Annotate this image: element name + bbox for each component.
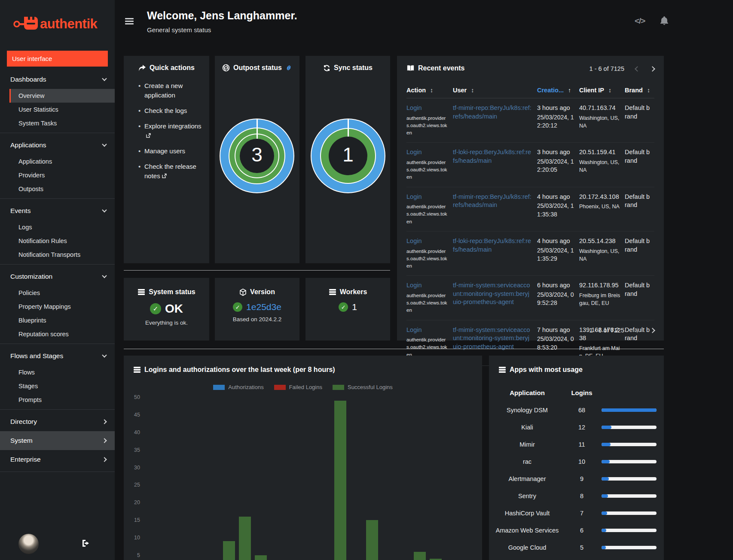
event-creation-cell: 3 hours ago25/03/2024, 12:20:05 bbox=[537, 148, 579, 181]
event-action-link[interactable]: Login bbox=[406, 148, 449, 157]
app-logins-count: 68 bbox=[565, 407, 598, 414]
event-user-link[interactable]: tf-mimir-repo:BeryJu/k8s:ref:refs/heads/… bbox=[453, 193, 533, 210]
sort-icon[interactable]: ↕ bbox=[430, 87, 433, 94]
sidebar-item-notification-rules[interactable]: Notification Rules bbox=[9, 234, 115, 248]
sign-out-icon[interactable] bbox=[82, 539, 90, 547]
event-action-link[interactable]: Login bbox=[406, 237, 449, 246]
event-user-link[interactable]: tf-mimir-system:serviceaccount:monitorin… bbox=[453, 281, 533, 307]
app-name: rac bbox=[489, 458, 565, 465]
api-browser-icon[interactable]: </> bbox=[635, 16, 645, 26]
apps-usage-title: Apps with most usage bbox=[510, 366, 583, 374]
sync-status-donut: 1 bbox=[311, 119, 385, 193]
event-brand-cell: Default brand bbox=[625, 148, 654, 181]
event-user-link[interactable]: tf-mimir-repo:BeryJu/k8s:ref:refs/heads/… bbox=[453, 104, 533, 121]
sync-status-card: Sync status 1 bbox=[305, 56, 390, 263]
event-relative-time: 3 hours ago bbox=[537, 148, 575, 157]
y-axis-tick-label: 35 bbox=[127, 447, 140, 453]
pagination-prev-icon[interactable] bbox=[635, 328, 640, 333]
outpost-link-icon[interactable] bbox=[285, 64, 292, 71]
external-link-icon bbox=[146, 133, 151, 138]
event-relative-time: 6 hours ago bbox=[537, 281, 575, 290]
column-header-creatio[interactable]: Creatio...↑ bbox=[537, 87, 579, 94]
user-interface-button[interactable]: User interface bbox=[7, 51, 108, 67]
notification-bell-icon[interactable] bbox=[660, 15, 669, 26]
sidebar-group-enterprise[interactable]: Enterprise bbox=[0, 450, 115, 469]
outpost-status-donut: 3 bbox=[220, 119, 294, 193]
event-brand: Default brand bbox=[625, 193, 650, 210]
column-header-clientip[interactable]: Client IP↕ bbox=[579, 87, 625, 94]
quick-action-link[interactable]: Explore integrations bbox=[138, 122, 205, 140]
chevron-down-icon bbox=[102, 142, 107, 146]
sidebar-item-stages[interactable]: Stages bbox=[9, 379, 115, 393]
quick-action-link[interactable]: Create a new application bbox=[138, 81, 205, 100]
sidebar-item-property-mappings[interactable]: Property Mappings bbox=[9, 300, 115, 313]
authentik-logo[interactable]: authentik bbox=[0, 0, 115, 45]
event-action-link[interactable]: Login bbox=[406, 281, 449, 290]
sidebar-group-events[interactable]: Events bbox=[0, 201, 115, 220]
sort-icon[interactable]: ↕ bbox=[471, 87, 474, 94]
event-action-cell: Loginauthentik.providers.oauth2.views.to… bbox=[406, 281, 453, 314]
y-axis-tick-label: 40 bbox=[127, 429, 140, 435]
sidebar-item-logs[interactable]: Logs bbox=[9, 220, 115, 234]
event-client-ip-cell: 20.51.159.41Washington, US, NA bbox=[579, 148, 625, 181]
sidebar-item-applications[interactable]: Applications bbox=[9, 155, 115, 168]
sidebar-item-blueprints[interactable]: Blueprints bbox=[9, 313, 115, 327]
sidebar-item-flows[interactable]: Flows bbox=[9, 365, 115, 379]
sidebar-divider bbox=[0, 409, 115, 410]
sidebar-item-policies[interactable]: Policies bbox=[9, 286, 115, 300]
sidebar-item-user-statistics[interactable]: User Statistics bbox=[9, 103, 115, 116]
avatar[interactable] bbox=[18, 534, 39, 554]
sidebar-item-outposts[interactable]: Outposts bbox=[9, 182, 115, 196]
sidebar-group-directory[interactable]: Directory bbox=[0, 412, 115, 431]
sidebar-item-overview[interactable]: Overview bbox=[9, 89, 115, 103]
sidebar-item-prompts[interactable]: Prompts bbox=[9, 393, 115, 407]
app-logins-count: 5 bbox=[565, 544, 598, 551]
hamburger-menu-icon[interactable] bbox=[125, 18, 134, 26]
event-action-link[interactable]: Login bbox=[406, 326, 449, 335]
event-action-link[interactable]: Login bbox=[406, 104, 449, 113]
apps-table-row: Synology DSM68 bbox=[489, 402, 664, 419]
y-axis-tick-label: 20 bbox=[127, 499, 140, 505]
svg-text:authentik: authentik bbox=[40, 16, 98, 31]
page-title: Welcome, Jens Langhammer. bbox=[147, 9, 297, 22]
event-user-link[interactable]: tf-loki-repo:BeryJu/k8s:ref:refs/heads/m… bbox=[453, 237, 533, 254]
sort-icon[interactable]: ↕ bbox=[608, 87, 611, 94]
legend-label: Failed Logins bbox=[289, 384, 322, 390]
sidebar-item-notification-transports[interactable]: Notification Transports bbox=[9, 248, 115, 262]
quick-action-link[interactable]: Check the logs bbox=[138, 106, 205, 116]
sidebar-group-customization[interactable]: Customization bbox=[0, 267, 115, 286]
sort-asc-icon[interactable]: ↑ bbox=[568, 87, 571, 94]
event-user-link[interactable]: tf-mimir-system:serviceaccount:monitorin… bbox=[453, 326, 533, 351]
app-usage-progress-bar bbox=[602, 477, 657, 481]
event-user-cell: tf-mimir-repo:BeryJu/k8s:ref:refs/heads/… bbox=[453, 104, 537, 137]
event-brand-cell: Default brand bbox=[625, 193, 654, 225]
sidebar-item-providers[interactable]: Providers bbox=[9, 168, 115, 182]
column-header-brand[interactable]: Brand↕ bbox=[625, 87, 654, 94]
sidebar-group-system[interactable]: System bbox=[0, 431, 115, 450]
quick-action-link[interactable]: Check the release notes bbox=[138, 162, 205, 181]
sidebar-item-system-tasks[interactable]: System Tasks bbox=[9, 116, 115, 130]
sort-icon[interactable]: ↕ bbox=[647, 87, 650, 94]
apps-column-application: Application bbox=[489, 389, 565, 396]
sidebar-group-dashboards[interactable]: Dashboards bbox=[0, 70, 115, 89]
pagination-prev-icon[interactable] bbox=[635, 66, 640, 72]
version-note: Based on 2024.2.2 bbox=[215, 316, 299, 323]
event-brand: Default brand bbox=[625, 148, 650, 165]
event-action-link[interactable]: Login bbox=[406, 193, 449, 201]
sidebar-group-flows-and-stages[interactable]: Flows and Stages bbox=[0, 347, 115, 365]
quick-action-link[interactable]: Manage users bbox=[138, 146, 205, 156]
sidebar-group-applications[interactable]: Applications bbox=[0, 136, 115, 155]
version-value-link[interactable]: 1e25d3e bbox=[246, 302, 281, 312]
sidebar-divider bbox=[0, 133, 115, 133]
column-header-action[interactable]: Action↕ bbox=[406, 87, 453, 94]
app-logins-count: 10 bbox=[565, 458, 598, 465]
event-user-link[interactable]: tf-loki-repo:BeryJu/k8s:ref:refs/heads/m… bbox=[453, 148, 533, 165]
sidebar-item-reputation-scores[interactable]: Reputation scores bbox=[9, 327, 115, 341]
column-header-user[interactable]: User↕ bbox=[453, 87, 537, 94]
pagination-next-icon[interactable] bbox=[650, 328, 655, 333]
app-usage-progress-fill bbox=[602, 546, 606, 549]
event-ip: 20.55.14.238 bbox=[579, 237, 620, 246]
apps-usage-table: ApplicationLoginsSynology DSM68Kiali12Mi… bbox=[489, 389, 664, 556]
event-ip: 20.51.159.41 bbox=[579, 148, 620, 157]
pagination-next-icon[interactable] bbox=[650, 66, 655, 72]
